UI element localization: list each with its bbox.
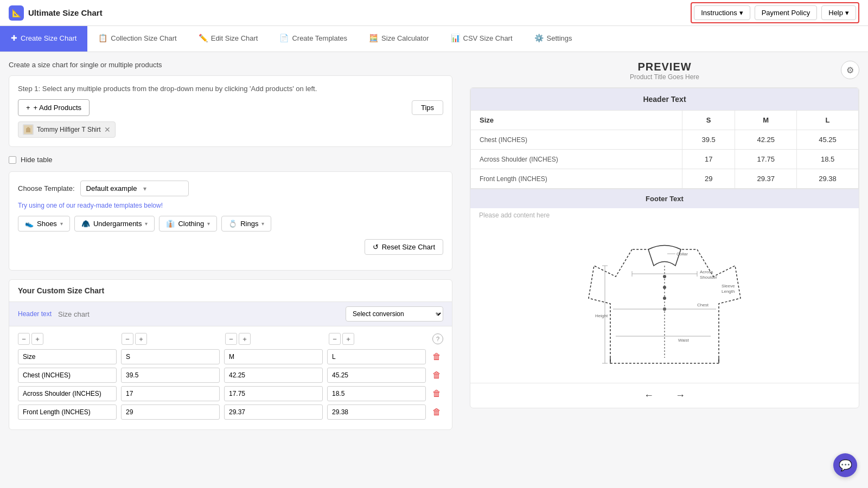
table-row: 🗑 [18, 349, 443, 364]
payment-policy-button[interactable]: Payment Policy [755, 5, 818, 20]
cell-1-3[interactable] [224, 349, 323, 364]
col-remove-2[interactable]: − [122, 333, 133, 345]
settings-icon: ⚙️ [534, 34, 544, 42]
top-actions-bar: Instructions ▾ Payment Policy Help ▾ [691, 2, 859, 23]
hide-table-row: Hide table [9, 156, 452, 164]
tab-collection-size-chart[interactable]: 📋 Collection Size Chart [87, 26, 187, 52]
edit-icon: ✏️ [199, 34, 208, 42]
next-diagram-button[interactable]: → [670, 388, 691, 403]
svg-text:Shoulder: Shoulder [700, 275, 717, 280]
cell-3-1[interactable] [18, 386, 117, 401]
chevron-icon: ▾ [145, 221, 148, 227]
col-add-2[interactable]: + [135, 333, 147, 345]
cell-3-3[interactable] [224, 386, 323, 401]
shirt-diagram: Collar Across Shoulder Chest Sleeve Leng… [470, 224, 859, 383]
chat-icon: 💬 [839, 459, 852, 472]
prev-diagram-button[interactable]: ← [639, 388, 659, 403]
template-select[interactable]: Default example [80, 181, 189, 196]
cell-1-1[interactable] [18, 349, 117, 364]
cell-3-4[interactable] [327, 386, 426, 401]
tab-csv-size-chart[interactable]: 📊 CSV Size Chart [440, 26, 524, 52]
delete-row-1-button[interactable]: 🗑 [430, 352, 443, 362]
preview-col-s: S [682, 111, 735, 130]
delete-row-3-button[interactable]: 🗑 [430, 389, 443, 399]
preview-label-shoulder: Across Shoulder (INCHES) [471, 150, 682, 169]
preview-header-text: Header Text [471, 88, 859, 111]
preview-footer-text: Footer Text [470, 189, 859, 208]
app-logo: 📐 Ultimate Size Chart [9, 5, 691, 21]
chevron-icon: ▾ [261, 221, 264, 227]
logo-icon: 📐 [9, 5, 24, 21]
instructions-button[interactable]: Instructions ▾ [694, 5, 750, 20]
tab-create-templates[interactable]: 📄 Create Templates [269, 26, 358, 52]
preview-table-header-row: Header Text [471, 88, 859, 111]
nav-tabs: ✚ Create Size Chart 📋 Collection Size Ch… [0, 26, 868, 52]
cell-2-4[interactable] [327, 368, 426, 383]
top-bar: 📐 Ultimate Size Chart Instructions ▾ Pay… [0, 0, 868, 26]
preview-heading: PREVIEW [488, 61, 841, 73]
cell-2-2[interactable] [121, 368, 220, 383]
delete-row-2-button[interactable]: 🗑 [430, 370, 443, 380]
hide-table-checkbox[interactable] [9, 156, 16, 164]
header-text-input[interactable] [58, 310, 341, 318]
preview-settings-button[interactable]: ⚙ [841, 61, 859, 79]
template-icon: 📄 [279, 34, 289, 42]
conversion-select[interactable]: Select conversion [346, 306, 443, 322]
col-controls-row: − + − + − + − + ? [18, 333, 443, 345]
cell-1-2[interactable] [121, 349, 220, 364]
cell-4-1[interactable] [18, 404, 117, 420]
template-row: Choose Template: Default example ? [18, 181, 443, 196]
preview-title: PREVIEW Product Title Goes Here [488, 61, 841, 81]
cell-4-3[interactable] [224, 404, 323, 420]
table-row: 🗑 [18, 386, 443, 401]
table-help-icon[interactable]: ? [432, 333, 443, 344]
col-remove-4[interactable]: − [329, 333, 341, 345]
col-add-3[interactable]: + [239, 333, 251, 345]
tips-button[interactable]: Tips [412, 100, 443, 115]
category-rings-button[interactable]: 💍 Rings ▾ [221, 216, 271, 232]
cell-3-2[interactable] [121, 386, 220, 401]
category-shoes-button[interactable]: 👟 Shoes ▾ [18, 216, 70, 232]
col-remove-1[interactable]: − [18, 333, 30, 345]
help-button[interactable]: Help ▾ [821, 5, 856, 20]
tab-create-size-chart[interactable]: ✚ Create Size Chart [0, 26, 87, 52]
cell-4-2[interactable] [121, 404, 220, 420]
remove-product-button[interactable]: ✕ [104, 126, 111, 133]
delete-row-4-button[interactable]: 🗑 [430, 407, 443, 417]
preview-table-col-headers: Size S M L [471, 111, 859, 130]
cell-2-1[interactable] [18, 368, 117, 383]
preview-table: Header Text Size S M L Chest (INCHES) 39… [470, 88, 859, 189]
app-title: Ultimate Size Chart [28, 8, 103, 17]
col-add-1[interactable]: + [31, 333, 43, 345]
tab-settings[interactable]: ⚙️ Settings [524, 26, 583, 52]
add-products-button[interactable]: + + Add Products [18, 99, 90, 116]
header-text-label: Header text [18, 310, 52, 318]
chat-bubble-button[interactable]: 💬 [833, 453, 857, 477]
preview-data-row: Front Length (INCHES) 29 29.37 29.38 [471, 169, 859, 189]
col-add-4[interactable]: + [342, 333, 354, 345]
preview-card: Header Text Size S M L Chest (INCHES) 39… [470, 87, 859, 408]
svg-text:Collar: Collar [676, 252, 688, 256]
category-clothing-button[interactable]: 👔 Clothing ▾ [159, 216, 217, 232]
col-remove-3[interactable]: − [225, 333, 237, 345]
col-ctrl-4: − + [329, 333, 429, 345]
cell-2-3[interactable] [224, 368, 323, 383]
svg-point-4 [663, 297, 666, 300]
reset-size-chart-button[interactable]: ↺ Reset Size Chart [365, 239, 443, 255]
chart-section-title: Your Custom Size Chart [9, 280, 452, 301]
table-area: − + − + − + − + ? [9, 326, 452, 429]
tab-edit-size-chart[interactable]: ✏️ Edit Size Chart [188, 26, 269, 52]
hide-table-label: Hide table [21, 156, 53, 164]
calculator-icon: 🧮 [369, 34, 378, 42]
cell-4-4[interactable] [327, 404, 426, 420]
tab-size-calculator[interactable]: 🧮 Size Calculator [358, 26, 439, 52]
col-ctrl-1: − + [18, 333, 118, 345]
template-hint: Try using one of our ready-made template… [18, 202, 443, 209]
gear-icon: ⚙ [846, 65, 854, 75]
preview-frontlength-l: 29.38 [797, 169, 859, 189]
chevron-icon: ▾ [207, 221, 210, 227]
chevron-down-icon: ▾ [845, 9, 849, 17]
add-products-row: + + Add Products Tips [18, 99, 443, 116]
category-undergarments-button[interactable]: 🧥 Undergarments ▾ [74, 216, 155, 232]
cell-1-4[interactable] [327, 349, 426, 364]
